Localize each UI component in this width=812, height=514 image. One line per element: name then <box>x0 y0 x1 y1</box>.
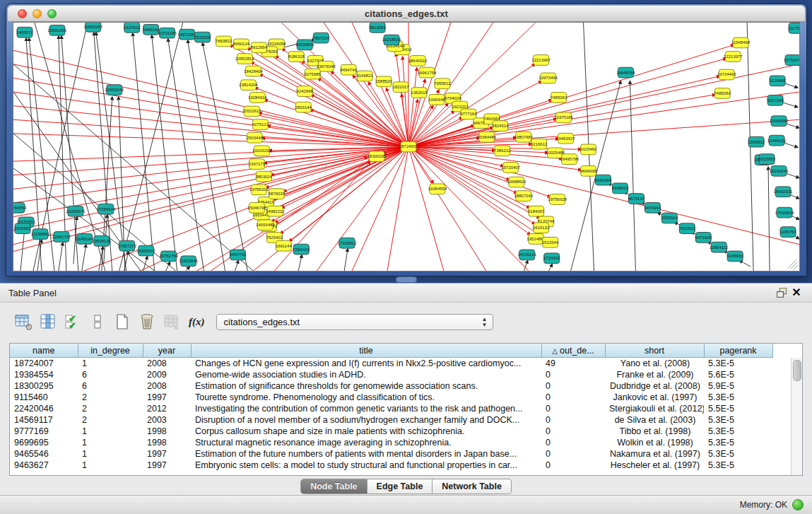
show-columns-icon[interactable] <box>39 313 57 331</box>
table-row[interactable]: 2242004622012Investigating the contribut… <box>10 403 772 414</box>
citation-edge-red[interactable] <box>84 147 408 271</box>
citation-edge-red[interactable] <box>13 134 408 147</box>
graph-node-yellow[interactable]: 11548498 <box>731 37 751 48</box>
graph-node-teal[interactable]: 17016504 <box>775 207 794 218</box>
table-cell[interactable]: Embryonic stem cells: a model to study s… <box>191 460 541 471</box>
graph-node-teal[interactable]: 7515526 <box>194 32 211 42</box>
network-view-window[interactable]: citations_edges.txt 18724007232260589275… <box>6 4 807 276</box>
graph-node-teal[interactable]: 15751074 <box>784 55 799 66</box>
graph-node-yellow[interactable]: 19384554 <box>428 184 447 194</box>
graph-node-teal[interactable]: 9227349 <box>767 95 784 105</box>
citation-edge-red[interactable] <box>13 92 408 146</box>
graph-node-yellow[interactable]: 5878335 <box>269 189 286 199</box>
graph-node-yellow[interactable]: 14093489 <box>256 220 275 230</box>
graph-node-teal[interactable]: 8813054 <box>369 23 386 33</box>
graph-node-teal[interactable]: 10654112 <box>710 242 728 252</box>
table-cell[interactable]: 5.3E-5 <box>704 414 772 426</box>
graph-node-yellow[interactable]: 7485083 <box>714 88 731 99</box>
table-cell[interactable]: 5.3E-5 <box>704 426 772 437</box>
table-cell[interactable]: 2 <box>78 392 143 403</box>
graph-node-yellow[interactable]: 8912954 <box>251 42 268 53</box>
table-cell[interactable]: 0 <box>541 426 605 437</box>
graph-node-yellow[interactable]: 2503448 <box>247 132 264 143</box>
graph-node-teal[interactable]: 9457791 <box>230 250 246 260</box>
graph-node-yellow[interactable]: 16961758 <box>418 67 437 78</box>
graph-node-yellow[interactable]: 20532613 <box>242 106 261 117</box>
graph-node-yellow[interactable]: 14982212 <box>266 206 285 216</box>
table-cell[interactable]: 0 <box>541 380 605 392</box>
graph-node-yellow[interactable]: 9115460 <box>580 144 597 155</box>
column-header-year[interactable]: year <box>143 344 191 358</box>
table-cell[interactable]: 0 <box>541 460 605 471</box>
table-scrollbar[interactable] <box>791 358 802 475</box>
table-row[interactable]: 1456911722003Disruption of a novel membe… <box>10 414 772 426</box>
graph-node-teal[interactable]: 9938923 <box>612 183 629 194</box>
graph-node-yellow[interactable]: 2522544 <box>542 237 559 247</box>
graph-node-teal[interactable]: 8215955 <box>758 154 775 165</box>
canvas-resize-grip[interactable] <box>788 259 798 269</box>
graph-node-yellow[interactable]: 1588520 <box>375 76 392 87</box>
citation-edge-black[interactable] <box>59 243 63 271</box>
graph-node-teal[interactable]: 12923446 <box>179 256 198 267</box>
table-cell[interactable]: 0 <box>541 448 605 460</box>
table-cell[interactable]: Tourette syndrome. Phenomenology and cla… <box>191 392 541 403</box>
table-cell[interactable]: 9115460 <box>10 392 78 403</box>
column-header-name[interactable]: name <box>10 344 78 358</box>
table-cell[interactable]: 5.3E-5 <box>704 460 772 471</box>
table-cell[interactable]: Yano et al. (2008) <box>605 358 704 370</box>
graph-node-yellow[interactable]: 12213967 <box>531 55 551 66</box>
table-row[interactable]: 946554611997Estimation of the future num… <box>10 448 772 460</box>
graph-node-yellow[interactable]: 8454749 <box>341 64 358 75</box>
graph-node-teal[interactable]: 1117532 <box>789 23 799 33</box>
graph-node-teal[interactable]: 7857224 <box>313 33 330 43</box>
rows-icon[interactable] <box>88 313 107 331</box>
graph-node-teal[interactable]: 6679197 <box>628 194 645 204</box>
graph-node-teal[interactable]: 1640954 <box>595 175 612 185</box>
citation-edge-black[interactable] <box>549 264 553 271</box>
citation-edge-black[interactable] <box>768 167 770 271</box>
graph-node-yellow[interactable]: 20364486 <box>477 132 496 142</box>
table-cell[interactable]: 2008 <box>143 380 191 392</box>
table-cell[interactable]: Nakamura et al. (1997) <box>605 448 704 460</box>
graph-node-teal[interactable]: 12093882 <box>770 116 789 127</box>
table-cell[interactable]: 18724007 <box>10 358 78 370</box>
graph-node-teal[interactable]: 16033803 <box>295 40 314 50</box>
close-panel-icon[interactable]: ✕ <box>789 286 804 299</box>
table-cell[interactable]: 2009 <box>143 369 191 380</box>
graph-node-yellow[interactable]: 9184067 <box>528 206 544 216</box>
graph-node-yellow[interactable]: 10688609 <box>507 177 526 187</box>
tab-node-table[interactable]: Node Table <box>300 479 367 494</box>
graph-node-yellow[interactable]: 20552813 <box>235 54 254 64</box>
graph-node-teal[interactable]: 13505135 <box>92 235 111 246</box>
table-cell[interactable]: 14569117 <box>10 414 78 426</box>
graph-node-teal[interactable]: 2405572 <box>16 27 33 37</box>
table-cell[interactable]: 5.6E-5 <box>704 369 772 380</box>
network-canvas[interactable]: 1872400723226058927505581863289327508236… <box>13 22 800 271</box>
graph-node-yellow[interactable]: 15046798 <box>247 202 266 213</box>
citation-edge-red[interactable] <box>387 147 408 271</box>
graph-node-teal[interactable]: 1595832 <box>748 136 764 147</box>
table-cell[interactable]: Jankovic et al. (1997) <box>605 392 704 403</box>
graph-node-yellow[interactable]: 1990448 <box>428 94 445 105</box>
column-header-out-de-[interactable]: △out_de... <box>541 344 605 358</box>
graph-node-yellow[interactable]: 19756201 <box>249 185 269 195</box>
graph-node-teal[interactable]: 12444151 <box>767 135 787 146</box>
table-cell[interactable]: 1 <box>78 426 143 437</box>
graph-node-yellow[interactable]: 12975185 <box>554 112 573 123</box>
graph-node-yellow[interactable]: 1615132 <box>533 223 549 233</box>
table-cell[interactable]: 6 <box>78 369 143 380</box>
citation-edge-black[interactable] <box>186 267 190 271</box>
citation-edge-black[interactable] <box>96 33 126 271</box>
graph-node-teal[interactable]: 16782759 <box>159 251 178 262</box>
table-cell[interactable]: 2 <box>78 414 143 426</box>
graph-node-yellow[interactable]: 1362615 <box>411 88 428 98</box>
graph-node-yellow[interactable]: 19756928 <box>548 194 567 205</box>
table-cell[interactable]: Changes of HCN gene expression and I(f) … <box>191 358 541 370</box>
graph-node-yellow[interactable]: 18640910 <box>408 56 428 66</box>
panel-splitter-handle[interactable] <box>396 276 417 283</box>
graph-node-teal[interactable]: 17359924 <box>96 204 115 214</box>
graph-node-teal[interactable]: 9129966 <box>769 76 786 86</box>
graph-node-teal[interactable]: 17935812 <box>338 238 357 248</box>
graph-node-teal[interactable]: 1527602 <box>124 23 140 33</box>
citation-edge-black[interactable] <box>344 249 348 271</box>
